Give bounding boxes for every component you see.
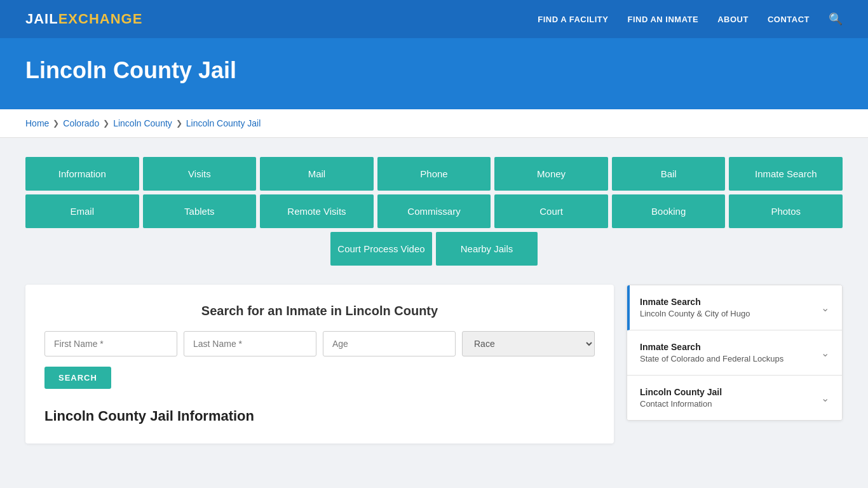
btn-email[interactable]: Email (25, 194, 139, 228)
race-select[interactable]: Race White Black Hispanic Asian Other (462, 331, 595, 356)
left-panel: Search for an Inmate in Lincoln County R… (25, 285, 614, 444)
btn-booking[interactable]: Booking (612, 194, 726, 228)
nav-contact[interactable]: CONTACT (768, 15, 810, 24)
sidebar-item-subtitle-1: Lincoln County & City of Hugo (640, 309, 750, 318)
breadcrumb-lincoln-county-jail[interactable]: Lincoln County Jail (186, 118, 261, 128)
category-button-grid: Information Visits Mail Phone Money Bail… (25, 157, 843, 266)
sidebar-item-inmate-search-colorado[interactable]: Inmate Search State of Colorado and Fede… (627, 330, 842, 376)
search-title: Search for an Inmate in Lincoln County (44, 304, 595, 318)
breadcrumb-home[interactable]: Home (25, 118, 49, 128)
content-area: Search for an Inmate in Lincoln County R… (25, 285, 843, 444)
logo-jail: JAIL (25, 11, 58, 27)
sidebar-item-inmate-search-lincoln[interactable]: Inmate Search Lincoln County & City of H… (627, 285, 842, 330)
breadcrumb-sep-1: ❯ (53, 119, 59, 128)
inmate-search-form: Race White Black Hispanic Asian Other (44, 331, 595, 356)
btn-remote-visits[interactable]: Remote Visits (260, 194, 374, 228)
page-title: Lincoln County Jail (25, 57, 843, 84)
btn-commissary[interactable]: Commissary (377, 194, 491, 228)
btn-court-process-video[interactable]: Court Process Video (330, 232, 432, 266)
sidebar-item-title-3: Lincoln County Jail (640, 387, 722, 397)
main-content: Information Visits Mail Phone Money Bail… (0, 138, 868, 463)
btn-tablets[interactable]: Tablets (143, 194, 257, 228)
breadcrumb: Home ❯ Colorado ❯ Lincoln County ❯ Linco… (25, 118, 843, 128)
chevron-down-icon-2: ⌄ (821, 347, 829, 359)
btn-information[interactable]: Information (25, 157, 139, 191)
sidebar-item-title-1: Inmate Search (640, 297, 750, 307)
btn-photos[interactable]: Photos (729, 194, 843, 228)
breadcrumb-bar: Home ❯ Colorado ❯ Lincoln County ❯ Linco… (0, 109, 868, 138)
btn-inmate-search[interactable]: Inmate Search (729, 157, 843, 191)
search-icon[interactable]: 🔍 (829, 12, 843, 26)
chevron-down-icon-3: ⌄ (821, 392, 829, 404)
nav-find-inmate[interactable]: FIND AN INMATE (627, 15, 698, 24)
site-logo[interactable]: JAILEXCHANGE (25, 11, 142, 27)
grid-row-3: Court Process Video Nearby Jails (25, 232, 843, 266)
last-name-input[interactable] (184, 331, 316, 356)
sidebar-item-subtitle-3: Contact Information (640, 399, 722, 409)
sidebar-item-contact-info[interactable]: Lincoln County Jail Contact Information … (627, 376, 842, 420)
sidebar-item-title-2: Inmate Search (640, 342, 783, 352)
btn-mail[interactable]: Mail (260, 157, 374, 191)
right-sidebar: Inmate Search Lincoln County & City of H… (627, 285, 843, 421)
btn-visits[interactable]: Visits (143, 157, 257, 191)
btn-money[interactable]: Money (494, 157, 608, 191)
section-title: Lincoln County Jail Information (44, 408, 595, 424)
chevron-down-icon-1: ⌄ (821, 302, 829, 314)
btn-bail[interactable]: Bail (612, 157, 726, 191)
hero-section: Lincoln County Jail (0, 38, 868, 109)
search-button[interactable]: SEARCH (44, 367, 111, 389)
breadcrumb-sep-3: ❯ (176, 119, 182, 128)
breadcrumb-lincoln-county[interactable]: Lincoln County (113, 118, 172, 128)
site-header: JAILEXCHANGE FIND A FACILITY FIND AN INM… (0, 0, 868, 38)
grid-row-1: Information Visits Mail Phone Money Bail… (25, 157, 843, 191)
first-name-input[interactable] (44, 331, 177, 356)
main-nav: FIND A FACILITY FIND AN INMATE ABOUT CON… (538, 12, 843, 26)
logo-exchange: EXCHANGE (58, 11, 143, 27)
age-input[interactable] (323, 331, 456, 356)
breadcrumb-colorado[interactable]: Colorado (63, 118, 99, 128)
btn-court[interactable]: Court (494, 194, 608, 228)
nav-about[interactable]: ABOUT (717, 15, 749, 24)
btn-nearby-jails[interactable]: Nearby Jails (436, 232, 538, 266)
breadcrumb-sep-2: ❯ (103, 119, 109, 128)
nav-find-facility[interactable]: FIND A FACILITY (538, 15, 608, 24)
grid-row-2: Email Tablets Remote Visits Commissary C… (25, 194, 843, 228)
sidebar-item-subtitle-2: State of Colorado and Federal Lockups (640, 354, 783, 363)
btn-phone[interactable]: Phone (377, 157, 491, 191)
